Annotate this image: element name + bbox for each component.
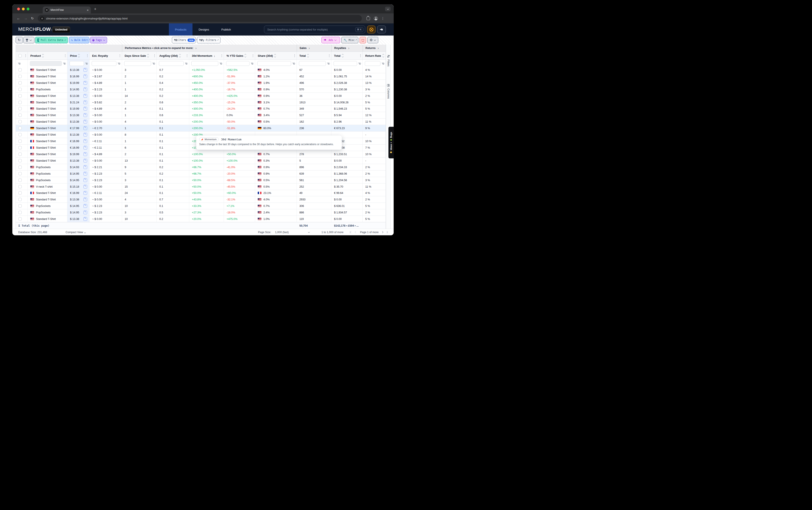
sort-icon[interactable] <box>383 54 384 57</box>
table-row[interactable]: Standard T-Shirt€ 17.99~ € 2.7010.1+200.… <box>16 125 386 131</box>
column-header-30d-momentum[interactable]: 30d Momentum↓ <box>189 52 224 60</box>
column-menu-icon[interactable] <box>154 54 155 57</box>
layers-dropdown-button[interactable] <box>23 37 34 43</box>
row-checkbox[interactable] <box>19 179 22 182</box>
filter-input[interactable] <box>192 61 218 66</box>
edit-price-icon[interactable] <box>83 139 87 143</box>
row-checkbox[interactable] <box>19 114 22 117</box>
column-menu-icon[interactable] <box>87 54 88 57</box>
column-header--ytd-sales[interactable]: % YTD Sales <box>224 52 255 60</box>
row-checkbox[interactable] <box>19 81 22 85</box>
back-button[interactable]: ← <box>17 17 20 20</box>
row-checkbox[interactable] <box>19 101 22 104</box>
funnel-icon[interactable] <box>118 63 120 65</box>
column-header-return-rate[interactable]: Return Rate <box>362 52 386 60</box>
page-size-chevron-icon[interactable] <box>308 231 310 233</box>
table-row[interactable]: Standard T-Shirt$ 13.38~ $ 0.0040.1+200.… <box>16 119 386 125</box>
window-close-button[interactable] <box>17 7 20 10</box>
table-row[interactable]: V-neck T-shirt$ 15.18~ $ 0.00150.1+50.0%… <box>16 183 386 190</box>
feedback-tab[interactable]: Ideas + Bugs <box>388 127 394 158</box>
browser-menu-icon[interactable]: ⋮ <box>381 17 384 20</box>
edit-price-icon[interactable] <box>83 152 87 156</box>
row-checkbox[interactable] <box>19 152 22 156</box>
prev-page-button[interactable] <box>355 231 356 233</box>
table-row[interactable]: Standard T-Shirt$ 19.99~ $ 4.8920.1+100.… <box>16 151 386 157</box>
my-filters-button[interactable]: My Filters <box>197 37 221 43</box>
funnel-icon[interactable] <box>85 63 88 65</box>
table-row[interactable]: Standard T-Shirt$ 21.24~ $ 5.8220.6+350.… <box>16 99 386 106</box>
table-row[interactable]: PopSockets$ 14.95~ $ 2.2330.5+27.3%-18.0… <box>16 209 386 216</box>
edit-price-icon[interactable] <box>83 126 87 130</box>
edit-price-icon[interactable] <box>83 113 87 117</box>
funnel-icon[interactable] <box>358 63 361 65</box>
funnel-icon[interactable] <box>185 63 187 65</box>
edit-price-icon[interactable] <box>83 120 87 123</box>
edit-price-icon[interactable] <box>83 165 87 169</box>
group-performance-metrics[interactable]: Performance Metrics • click arrow to exp… <box>122 44 297 52</box>
extensions-icon[interactable] <box>367 17 370 20</box>
row-checkbox[interactable] <box>19 191 22 194</box>
edit-price-icon[interactable] <box>83 68 87 72</box>
group-royalties[interactable]: Royalties› <box>331 44 362 52</box>
edit-price-icon[interactable] <box>83 204 87 208</box>
rewards-button[interactable] <box>367 26 375 33</box>
table-row[interactable]: Standard T-Shirt$ 13.38~ $ 0.0010.6+233.… <box>16 112 386 119</box>
row-checkbox[interactable] <box>19 75 22 78</box>
funnel-icon[interactable] <box>292 63 295 65</box>
filter-input[interactable] <box>257 61 291 66</box>
edit-price-icon[interactable] <box>83 185 87 188</box>
sort-desc-icon[interactable]: ↓ <box>214 54 215 57</box>
sort-icon[interactable] <box>42 54 44 57</box>
select-all-checkbox[interactable] <box>19 54 22 57</box>
nav-tab-publish[interactable]: Publish <box>215 23 237 35</box>
last-page-button[interactable] <box>386 231 388 233</box>
group-sales[interactable]: Sales› <box>297 44 331 52</box>
tab-close-icon[interactable]: × <box>87 8 89 12</box>
table-row[interactable]: Standard T-Shirt$ 19.99~ $ 4.8910.4+450.… <box>16 80 386 86</box>
row-menu-icon[interactable] <box>25 54 26 57</box>
row-checkbox[interactable] <box>19 185 22 188</box>
first-page-button[interactable] <box>350 231 352 233</box>
edit-price-icon[interactable] <box>83 191 87 195</box>
table-row[interactable]: PopSockets$ 14.95~ $ 2.2310.2+400.0%-16.… <box>16 86 386 93</box>
column-menu-icon[interactable] <box>65 54 66 57</box>
side-tab-columns[interactable]: Columns <box>386 81 391 102</box>
column-menu-icon[interactable] <box>120 54 121 57</box>
edit-price-icon[interactable] <box>83 217 87 221</box>
sort-icon[interactable] <box>274 54 276 57</box>
sort-icon[interactable] <box>308 54 309 57</box>
row-checkbox[interactable] <box>19 133 22 136</box>
ads-button[interactable]: Ads <box>321 37 340 43</box>
filter-input[interactable] <box>30 61 62 66</box>
column-header-avg-day-30d-[interactable]: Avg/Day (30d) <box>157 52 189 60</box>
row-checkbox[interactable] <box>19 204 22 208</box>
edit-price-icon[interactable] <box>83 74 87 78</box>
browser-tab[interactable]: MerchFlow × <box>43 6 91 13</box>
table-row[interactable]: Standard T-Shirt$ 13.38~ $ 0.0030.7+1,05… <box>16 67 386 73</box>
edit-price-icon[interactable] <box>83 178 87 182</box>
tab-search-button[interactable] <box>385 7 390 11</box>
funnel-icon[interactable] <box>152 63 155 65</box>
global-search-input[interactable]: Search Anything (comma-separated for mul… <box>264 26 365 33</box>
sort-icon[interactable] <box>245 54 246 57</box>
funnel-icon[interactable] <box>251 63 253 65</box>
misc-button[interactable]: 🔧Misc <box>341 37 358 43</box>
filter-input[interactable] <box>299 61 326 66</box>
row-checkbox[interactable] <box>19 94 22 97</box>
forward-button[interactable]: → <box>24 17 28 20</box>
filter-input[interactable] <box>334 61 357 66</box>
group-returns[interactable]: Returns› <box>362 44 386 52</box>
nav-tab-designs[interactable]: Designs <box>193 23 215 35</box>
filter-input[interactable] <box>69 61 84 66</box>
sort-icon[interactable] <box>147 54 149 57</box>
page-size-value[interactable]: 1,000 (fast) <box>275 231 289 234</box>
column-header-price[interactable]: Price <box>67 52 89 60</box>
column-header-share-30d-[interactable]: Share (30d) <box>255 52 297 60</box>
column-header-days-since-sale[interactable]: Days Since Sale <box>122 52 157 60</box>
column-header-est-royalty[interactable]: Est. Royalty <box>89 52 122 60</box>
table-row[interactable]: Standard T-Shirt$ 16.99~ $ 2.6720.2+600.… <box>16 73 386 80</box>
table-row[interactable]: PopSockets$ 14.95~ $ 2.2350.2+66.7%-20.0… <box>16 171 386 177</box>
pull-extra-data-button[interactable]: Pull Extra Data <box>35 37 68 43</box>
row-checkbox[interactable] <box>19 68 22 71</box>
row-checkbox[interactable] <box>19 126 22 130</box>
